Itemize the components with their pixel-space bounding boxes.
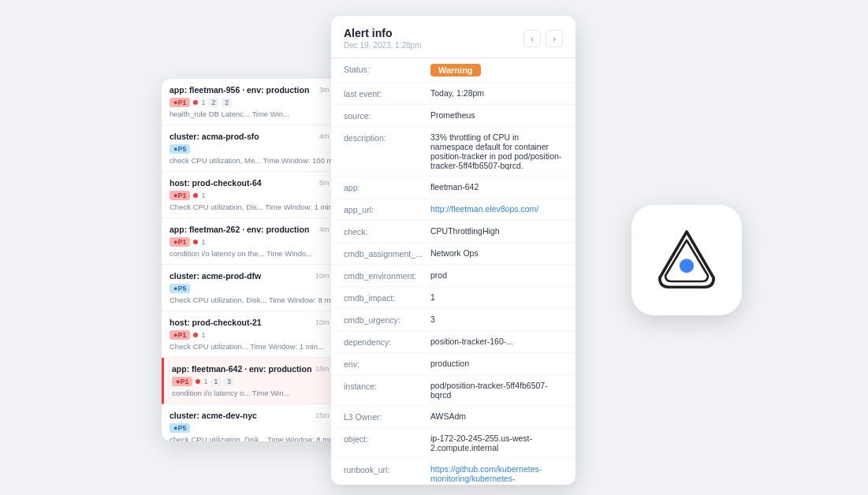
- dot-indicator: [193, 193, 198, 198]
- info-value: AWSAdm: [430, 411, 563, 421]
- alert-item[interactable]: app: fleetman-642 · env: production 15m …: [162, 358, 351, 404]
- panel-header: Alert info Dec 19, 2023, 1:28pm ‹ ›: [331, 16, 576, 58]
- alert-item-title: app: fleetman-642 · env: production: [172, 364, 311, 374]
- info-label: source:: [344, 110, 430, 121]
- alert-item-desc: check CPU utilization, Disk... Time Wind…: [170, 435, 343, 441]
- info-row: cmdb_impact: 1: [331, 287, 576, 309]
- alert-item[interactable]: host: prod-checkout-64 5m ago ●P11 Check…: [162, 172, 351, 218]
- alert-item[interactable]: cluster: acme-prod-dfw 10m ago ●P5 Check…: [162, 265, 351, 311]
- dot-count: 1: [201, 99, 205, 106]
- alert-item-badges: ●P11: [170, 330, 343, 340]
- info-label: last event:: [344, 88, 430, 99]
- info-value: ip-172-20-245-255.us-west-2.compute.inte…: [430, 434, 563, 452]
- dot-count: 1: [201, 238, 205, 246]
- alert-info-panel: Alert info Dec 19, 2023, 1:28pm ‹ › Stat…: [331, 16, 576, 485]
- alert-item-desc: health_rule DB Latenc... Time Win...: [170, 110, 343, 118]
- alert-item-desc: check CPU utilization, Me... Time Window…: [170, 156, 343, 165]
- alert-item-title: cluster: acme-prod-dfw: [170, 271, 261, 281]
- alert-item-badges: ●P5: [170, 423, 343, 433]
- alert-item-desc: condition i/o latency on the... Time Win…: [170, 249, 343, 258]
- alert-item-desc: condition i/o latency o... Time Win...: [172, 389, 343, 397]
- info-value: Prometheus: [430, 110, 563, 120]
- panel-title: Alert info: [344, 27, 421, 39]
- dot-indicator: [193, 100, 198, 105]
- logo-overlay: [631, 205, 742, 315]
- alert-item-header: host: prod-checkout-64 5m ago: [170, 178, 343, 188]
- alert-item-header: app: fleetman-262 · env: production 4m a…: [170, 225, 343, 234]
- info-row: instance: pod/position-tracker-5ff4fb650…: [331, 375, 576, 406]
- info-value-link[interactable]: http://fleetman.elev8ops.com/: [430, 204, 563, 214]
- info-label: cmdb_impact:: [344, 292, 430, 303]
- dot-count: 1: [203, 378, 207, 385]
- info-row: source: Prometheus: [331, 105, 576, 127]
- info-label: app_url:: [344, 204, 430, 214]
- info-value-link[interactable]: https://github.com/kubernetes-monitoring…: [430, 464, 563, 484]
- panel-body[interactable]: Status: Warning last event: Today, 1:28p…: [331, 58, 576, 484]
- next-button[interactable]: ›: [546, 30, 563, 47]
- dot-count: 1: [201, 331, 205, 339]
- dot-count: 1: [201, 192, 205, 199]
- prev-button[interactable]: ‹: [523, 30, 541, 47]
- alert-item[interactable]: cluster: acma-prod-sfo 4m ago ●P5 check …: [162, 125, 351, 172]
- alert-item-desc: Check CPU utilization... Time Window: 1 …: [170, 342, 343, 351]
- svg-point-0: [680, 259, 694, 273]
- alert-item-title: app: fleetman-262 · env: production: [170, 225, 309, 234]
- alert-item-badges: ●P11 22: [170, 98, 343, 107]
- priority-badge: ●P1: [170, 191, 190, 200]
- info-value: 1: [430, 292, 563, 302]
- info-value: fleetman-642: [430, 182, 563, 192]
- info-value: pod/position-tracker-5ff4fb6507-bqrcd: [430, 381, 563, 400]
- info-label: instance:: [344, 381, 430, 391]
- info-row: env: production: [331, 353, 576, 375]
- alert-item[interactable]: host: prod-checkout-21 10m ago ●P11 Chec…: [162, 311, 351, 358]
- meta-tag: 1: [210, 377, 221, 386]
- meta-tag: 2: [208, 98, 218, 107]
- info-row: cmdb_urgency: 3: [331, 309, 576, 331]
- alert-item-header: host: prod-checkout-21 10m ago: [170, 318, 343, 327]
- priority-badge: ●P5: [170, 423, 190, 433]
- alert-item-desc: Check CPU utilization, Dis... Time Windo…: [170, 203, 343, 211]
- info-row: last event: Today, 1:28pm: [331, 83, 576, 105]
- info-row: description: 33% throttling of CPU in na…: [331, 127, 576, 177]
- dot-indicator: [193, 333, 198, 337]
- info-row: dependency: position-tracker-160-...: [331, 331, 576, 353]
- info-label: cmdb_urgency:: [344, 314, 430, 325]
- info-label: cmdb_environment:: [344, 270, 430, 281]
- info-label: app:: [344, 182, 430, 192]
- priority-badge: ●P5: [170, 144, 190, 154]
- alert-item-badges: ●P11: [170, 237, 343, 247]
- alert-item-badges: ●P5: [170, 144, 343, 154]
- priority-badge: ●P5: [170, 284, 190, 293]
- info-row: check: CPUThrottlingHigh: [331, 221, 576, 243]
- info-value: 3: [430, 314, 563, 324]
- scene: app: fleetman-956 · env: production 3m a…: [0, 0, 868, 495]
- info-label: L3 Owner:: [344, 411, 430, 422]
- meta-tag: 3: [224, 377, 234, 386]
- info-label: Status:: [344, 64, 430, 74]
- alert-item-header: cluster: acme-prod-dfw 10m ago: [170, 271, 343, 281]
- meta-tag: 2: [222, 98, 232, 107]
- alert-item-header: cluster: acma-prod-sfo 4m ago: [170, 132, 343, 141]
- alert-item-badges: ●P11: [170, 191, 343, 200]
- alert-item-header: app: fleetman-642 · env: production 15m …: [172, 364, 343, 374]
- info-label: object:: [344, 434, 430, 444]
- info-label: description:: [344, 132, 430, 143]
- priority-badge: ●P1: [170, 98, 190, 107]
- info-row: Status: Warning: [331, 58, 576, 83]
- panel-date: Dec 19, 2023, 1:28pm: [344, 41, 421, 50]
- alert-item-title: cluster: acma-prod-sfo: [170, 132, 259, 141]
- alert-item[interactable]: app: fleetman-956 · env: production 3m a…: [162, 79, 351, 125]
- info-label: env:: [344, 359, 430, 369]
- info-value: production: [430, 359, 563, 368]
- priority-badge: ●P1: [170, 330, 190, 340]
- info-row: app_url: http://fleetman.elev8ops.com/: [331, 199, 576, 221]
- info-row: runbook_url: https://github.com/kubernet…: [331, 459, 576, 484]
- alert-item-title: cluster: acme-dev-nyc: [170, 411, 257, 420]
- alert-item[interactable]: cluster: acme-dev-nyc 15m ago ●P5 check …: [162, 404, 351, 441]
- info-label: cmdb_assignment_...: [344, 248, 430, 259]
- app-logo: [651, 225, 722, 296]
- priority-badge: ●P1: [172, 377, 192, 386]
- info-value: Today, 1:28pm: [430, 88, 563, 98]
- info-value: 33% throttling of CPU in namespace defau…: [430, 132, 563, 170]
- alert-item[interactable]: app: fleetman-262 · env: production 4m a…: [162, 218, 351, 265]
